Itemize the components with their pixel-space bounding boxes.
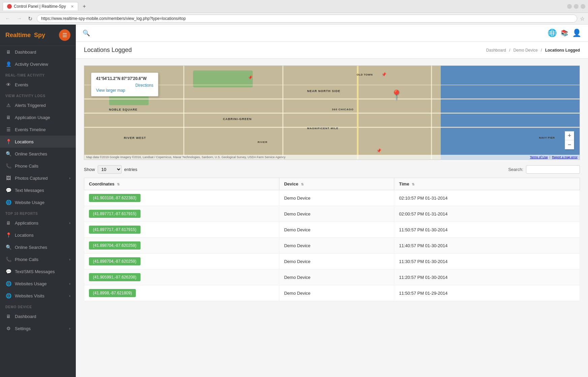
report-link[interactable]: Report a map error	[552, 155, 578, 159]
map-major-road-v	[357, 66, 359, 160]
table-row: (41.8998,-87.621809)Demo Device11:50:57 …	[84, 285, 580, 301]
col-time[interactable]: Time ⇅	[394, 178, 580, 190]
map-road-v1	[183, 66, 184, 160]
bookmark-icon[interactable]: 📚	[561, 29, 568, 37]
sidebar-item-text-messages[interactable]: 💬 Text Messages	[0, 184, 76, 196]
sidebar-item-online-searches[interactable]: 🔍 Online Searches	[0, 148, 76, 160]
map-road-v2	[282, 66, 283, 160]
settings-icon: ⚙	[5, 326, 11, 331]
section-view-logs: VIEW ACTIVITY LOGS	[0, 91, 76, 99]
coord-badge[interactable]: (41.905991,-87.626208)	[89, 273, 141, 281]
sidebar-item-websites-usage[interactable]: 🌐 Websites Usage ›	[0, 278, 76, 290]
table-row: (41.897717,-87.617915)Demo Device02:00:5…	[84, 206, 580, 222]
sidebar-item-locations[interactable]: 📍 Locations	[0, 136, 76, 148]
cell-time: 02:00:57 PM 01-31-2014	[394, 206, 580, 222]
websites-visits-icon: 🌐	[5, 293, 11, 298]
coord-badge[interactable]: (41.8998,-87.621809)	[89, 289, 136, 297]
cell-coordinates: (41.898704,-87.620259)	[84, 254, 279, 269]
cell-coordinates: (41.897717,-87.617915)	[84, 206, 279, 222]
sidebar-item-website-usage[interactable]: 🌐 Website Usage	[0, 196, 76, 208]
close-button[interactable]	[581, 4, 585, 9]
chevron-right-icon: ›	[69, 282, 70, 286]
sidebar-item-settings[interactable]: ⚙ Settings ›	[0, 322, 76, 335]
zoom-in-button[interactable]: +	[565, 132, 574, 140]
sidebar-item-activity-overview[interactable]: 👤 Activity Overview	[0, 58, 76, 70]
breadcrumb-sep1: /	[509, 48, 510, 53]
minimize-button[interactable]	[567, 4, 572, 9]
sidebar-item-phone-calls[interactable]: 📞 Phone Calls	[0, 160, 76, 172]
sidebar-item-photos[interactable]: 🖼 Photos Captured ›	[0, 172, 76, 184]
maximize-button[interactable]	[574, 4, 579, 9]
sidebar-item-label: Phone Calls	[15, 164, 70, 169]
new-tab-button[interactable]: +	[81, 3, 88, 9]
table-header-row: Coordinates ⇅ Device ⇅ Time ⇅	[84, 178, 580, 190]
hamburger-icon: ☰	[62, 32, 67, 38]
col-coordinates[interactable]: Coordinates ⇅	[84, 178, 279, 190]
menu-toggle-button[interactable]: ☰	[59, 29, 70, 41]
sidebar-item-application-usage[interactable]: 🖥 Application Usage	[0, 111, 76, 123]
table-row: (41.898704,-87.620259)Demo Device11:30:5…	[84, 254, 580, 269]
coord-badge[interactable]: (41.897717,-87.617915)	[89, 226, 141, 234]
breadcrumb-home[interactable]: Dashboard	[486, 48, 506, 53]
cell-device: Demo Device	[279, 206, 394, 222]
sidebar-item-text-sms[interactable]: 💬 Text/SMS Messages	[0, 265, 76, 278]
sidebar-item-alerts[interactable]: ⚠ Alerts Triggered	[0, 99, 76, 111]
events-icon: 👁	[5, 82, 11, 87]
sidebar-item-dashboard[interactable]: 🖥 Dashboard	[0, 46, 76, 58]
bookmark-icon[interactable]: ☆	[580, 16, 585, 22]
coord-badge[interactable]: (41.897717,-87.617915)	[89, 210, 141, 218]
tab-favicon	[7, 4, 12, 9]
sidebar-item-websites-visits[interactable]: 🌐 Websites Visits ›	[0, 290, 76, 302]
view-larger-map-link[interactable]: View larger map	[96, 88, 125, 93]
table-controls: Show 10 25 50 100 entries Search:	[84, 165, 580, 174]
app-container: Realtime Spy ☰ 🖥 Dashboard 👤 Activity Ov…	[0, 25, 588, 377]
table-row: (41.897717,-87.617915)Demo Device11:50:5…	[84, 222, 580, 238]
sidebar-item-label: Events	[15, 82, 70, 87]
cell-coordinates: (41.897717,-87.617915)	[84, 222, 279, 238]
sidebar-item-phone-top[interactable]: 📞 Phone Calls ›	[0, 253, 76, 265]
coord-badge[interactable]: (41.898704,-87.620259)	[89, 241, 141, 250]
sidebar-item-label: Alerts Triggered	[15, 103, 70, 108]
table-search-input[interactable]	[526, 165, 580, 174]
directions-link[interactable]: Directions	[135, 83, 153, 88]
sidebar-item-label: Websites Visits	[15, 293, 66, 298]
area-label-mag: MAGNIFICENT MILE	[307, 127, 339, 130]
map-popup: 41°54'11.2"N 87°37'20.6"W Directions Vie…	[91, 72, 158, 96]
data-table: Coordinates ⇅ Device ⇅ Time ⇅	[84, 178, 580, 301]
main-content: 🔍 🌐 📚 👤 Locations Logged Dashboard / Dem…	[76, 25, 588, 377]
address-bar[interactable]	[37, 14, 577, 23]
sidebar-item-device-dashboard[interactable]: 🖥 Dashboard	[0, 310, 76, 322]
browser-tab[interactable]: Control Panel | Realtime-Spy ✕	[3, 2, 78, 10]
coord-badge[interactable]: (41.903108,-87.622383)	[89, 194, 141, 202]
cell-device: Demo Device	[279, 190, 394, 206]
cell-coordinates: (41.8998,-87.621809)	[84, 285, 279, 301]
user-icon[interactable]: 👤	[572, 29, 581, 37]
terms-link[interactable]: Terms of Use	[530, 155, 548, 159]
coord-badge[interactable]: (41.898704,-87.620259)	[89, 257, 141, 265]
sidebar-item-applications-top[interactable]: 🖥 Applications ›	[0, 217, 76, 229]
sidebar-item-locations-top[interactable]: 📍 Locations	[0, 229, 76, 241]
forward-button[interactable]: →	[15, 15, 24, 22]
tab-close-btn[interactable]: ✕	[71, 4, 74, 9]
map-pin: 📍	[391, 89, 402, 100]
translate-icon[interactable]: 🌐	[548, 29, 557, 37]
map-container[interactable]: NOBLE SQUARE CABRINI-GREEN RIVER WEST NE…	[84, 65, 580, 160]
cell-device: Demo Device	[279, 254, 394, 269]
back-button[interactable]: ←	[3, 15, 12, 22]
map-road-v3	[431, 66, 432, 160]
sidebar-item-events[interactable]: 👁 Events	[0, 79, 76, 91]
sidebar-item-events-timeline[interactable]: ☰ Events Timeline	[0, 123, 76, 136]
browser-nav: ← → ↻ ☆	[0, 13, 588, 25]
entries-select[interactable]: 10 25 50 100	[98, 165, 122, 174]
table-row: (41.898704,-87.620259)Demo Device11:40:5…	[84, 238, 580, 254]
section-top10: TOP 10 REPORTS	[0, 208, 76, 217]
refresh-button[interactable]: ↻	[26, 15, 34, 23]
breadcrumb-parent[interactable]: Demo Device	[514, 48, 538, 53]
cell-coordinates: (41.903108,-87.622383)	[84, 190, 279, 206]
zoom-out-button[interactable]: −	[565, 140, 574, 149]
map-coords-label: 41°54'11.2"N 87°37'20.6"W	[96, 76, 153, 81]
cell-device: Demo Device	[279, 222, 394, 238]
sidebar-item-searches-top[interactable]: 🔍 Online Searches	[0, 241, 76, 253]
search-button[interactable]: 🔍	[83, 29, 90, 37]
col-device[interactable]: Device ⇅	[279, 178, 394, 190]
